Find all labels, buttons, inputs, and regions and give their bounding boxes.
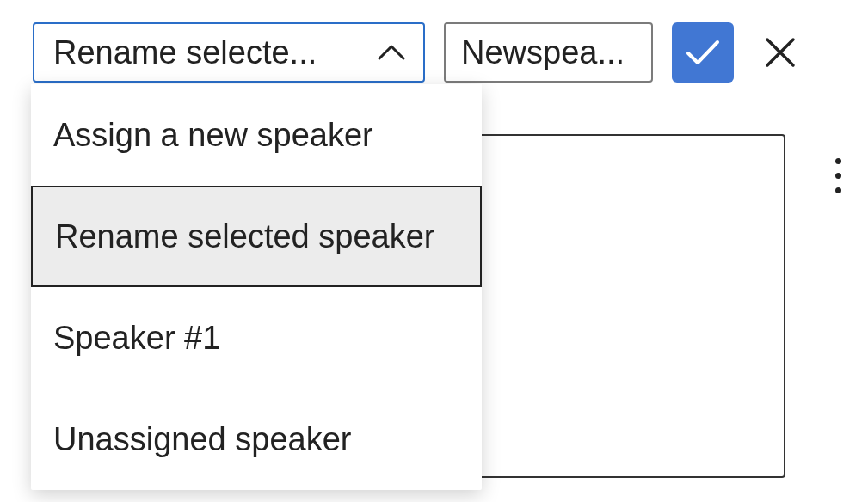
menu-item-label: Rename selected speaker	[55, 218, 434, 255]
dot-icon	[835, 187, 841, 193]
speaker-action-menu: Assign a new speaker Rename selected spe…	[31, 84, 482, 490]
menu-item-label: Assign a new speaker	[53, 117, 373, 154]
chevron-up-icon	[377, 38, 406, 67]
speaker-toolbar: Rename selecte... Newspea...	[33, 22, 804, 83]
menu-item-speaker-1[interactable]: Speaker #1	[31, 287, 482, 389]
menu-item-rename-selected-speaker[interactable]: Rename selected speaker	[31, 186, 482, 287]
close-icon	[763, 35, 797, 70]
dot-icon	[835, 158, 841, 164]
check-icon	[684, 37, 722, 68]
menu-item-assign-new-speaker[interactable]: Assign a new speaker	[31, 84, 482, 186]
menu-item-label: Unassigned speaker	[53, 421, 351, 458]
speaker-name-value: Newspea...	[461, 34, 625, 71]
speaker-action-dropdown[interactable]: Rename selecte...	[33, 22, 425, 83]
menu-item-unassigned-speaker[interactable]: Unassigned speaker	[31, 389, 482, 490]
close-button[interactable]	[756, 28, 804, 77]
confirm-button[interactable]	[672, 22, 734, 83]
menu-item-label: Speaker #1	[53, 320, 220, 357]
dot-icon	[835, 173, 841, 179]
dropdown-selected-label: Rename selecte...	[53, 34, 317, 71]
more-vertical-icon[interactable]	[826, 151, 850, 199]
speaker-name-input[interactable]: Newspea...	[444, 22, 653, 83]
